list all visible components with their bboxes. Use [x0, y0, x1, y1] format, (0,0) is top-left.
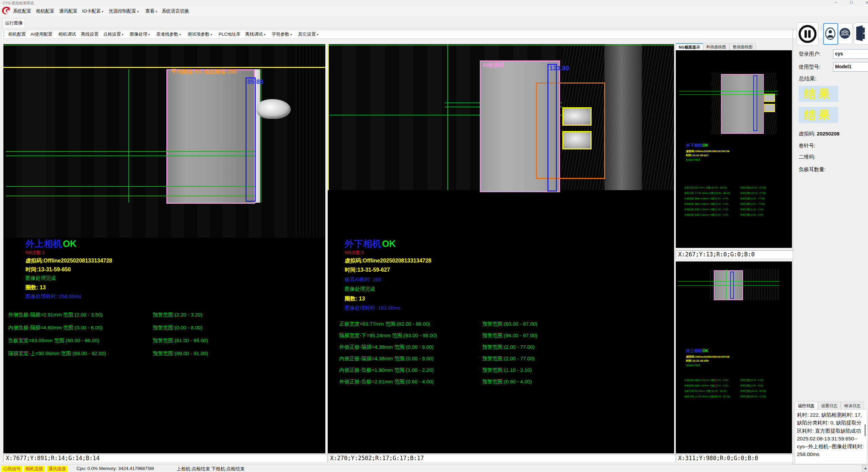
process-done-line: 图像处理完成	[345, 286, 375, 292]
time-line: 时间:13-31-59-627	[345, 267, 390, 274]
guide-line	[6, 186, 255, 187]
warn-range: 预警范围:(0.60 - 4.00)	[482, 379, 532, 385]
thumb-blue-box	[753, 75, 757, 131]
thumb-row: 内侧正极-负极=1.90mm 范围:(1.00 - 2.20)	[684, 208, 735, 211]
menu-language-switch[interactable]: 系统语言切换	[162, 8, 190, 14]
warn-range: 预警范围:(2.00 - 77.00)	[482, 344, 535, 350]
measurement-row: 隔膜宽度-上=90.56mm 范围:(88.00 - 92.00)	[8, 350, 106, 357]
thumb-yellow-box	[764, 104, 775, 112]
app-logo-icon	[1, 6, 11, 15]
thumb-row: 内侧负极-隔膜=4.60mm 范围:(3.00 - 6.00)	[684, 384, 735, 387]
tab-detect-box-yellow	[562, 107, 592, 126]
tool-plc-address-lib[interactable]: PLC地址库	[219, 31, 241, 37]
tool-test-item-params[interactable]: 测试项参数▾	[187, 31, 212, 37]
time-line: 时间:13-31-59-650	[25, 266, 71, 273]
tab-line-curve[interactable]: 料线曲线图	[703, 43, 729, 51]
tool-ai-use-config[interactable]: AI使用配置	[31, 31, 53, 37]
camera-view-top[interactable]: 平均阈值:93, 动态阈值:100 85.88 外上相机OK NG次数:1 虚拟…	[3, 44, 325, 453]
camera-connect-badge: 相机连接	[24, 466, 45, 472]
ng-thumbnail-1[interactable]: 外下相机OK 虚拟码:Offline20250208133134728 时间:1…	[676, 50, 792, 248]
menu-light-control-config[interactable]: 光源控制配置▾	[109, 8, 139, 14]
camera-view-bottom[interactable]: AI检测框 123.80 外下相机OK NG次数:0 虚拟码:Offline20…	[328, 44, 674, 453]
virtual-code-line: 虚拟码:Offline20250208133134728	[345, 257, 431, 265]
thumb-row: 预警范围:(94.00 - 97.00)	[740, 192, 788, 195]
virtual-code-label: 虚拟码: 20250208	[799, 131, 839, 137]
ng-count: NG次数:0	[345, 250, 364, 256]
menu-system-config[interactable]: 系统配置	[13, 8, 32, 14]
thumb-row: 预警范围:(0.60 - 4.00)	[740, 213, 788, 217]
thumb-time: 时间:13-31-59-627	[686, 153, 781, 157]
tool-char-params[interactable]: 字符参数▾	[272, 31, 292, 37]
tool-camera-config[interactable]: 相机配置	[8, 31, 27, 37]
menu-comm-config[interactable]: 通讯配置	[59, 8, 78, 14]
tab-ng-screenshot[interactable]: NG截图显示	[676, 43, 703, 51]
log-scrollbar[interactable]	[865, 424, 866, 436]
warn-range: 预警范围:(1.10 - 2.10)	[482, 367, 532, 374]
close-button[interactable]: ✕	[861, 0, 868, 5]
toolbar-grip-handle[interactable]	[3, 31, 5, 37]
ai-detect-box-label: AI检测框	[483, 62, 504, 69]
tab-detect-box-yellow	[562, 131, 592, 149]
baseline-yellow	[3, 67, 325, 68]
bright-rail-band	[604, 44, 642, 190]
measurement-row: 隔膜宽度-下=95.24mm 范围:(93.00 - 98.00)	[339, 332, 437, 339]
login-user-button[interactable]	[823, 23, 838, 45]
measurement-row: 外侧正极-负极=2.61mm 范围:(0.60 - 4.00)	[339, 379, 434, 385]
tool-offline-setting[interactable]: 离线设置	[81, 31, 100, 37]
warn-range: 预警范围:(83.00 - 87.00)	[482, 321, 538, 327]
pause-icon	[797, 23, 818, 45]
camera-status-title: 外下相机OK	[345, 238, 396, 250]
maximize-button[interactable]: ☐	[846, 0, 857, 5]
tool-other-settings[interactable]: 其它设置▾	[298, 31, 319, 37]
threshold-overlay-text: 平均阈值:93, 动态阈值:100	[171, 68, 236, 75]
measure-box-blue	[547, 64, 557, 192]
camera-status-title: 外上相机OK	[25, 238, 77, 250]
menu-io-card-config[interactable]: IO卡配置▾	[82, 8, 103, 14]
thumb-row: 图像处理完成	[686, 364, 781, 367]
tab-setting-log[interactable]: 设置日志	[818, 402, 841, 410]
thumb-row: 预警范围:(83.00 - 87.00)	[740, 186, 788, 189]
thumb-guide-line	[678, 281, 780, 282]
tool-baseline-params[interactable]: 基准线参数▾	[156, 31, 181, 37]
tab-run-image[interactable]: 运行图像	[3, 18, 25, 28]
measurement-row: 负极宽度=83.05mm 范围:(80.00 - 86.00)	[8, 338, 99, 344]
pause-button[interactable]	[797, 22, 818, 46]
process-time-line: 图像处理耗时: 258.00ms	[25, 293, 81, 300]
pixel-coord-readout-thumb2: X:311;Y:980;R:0;G:0;B:0	[676, 454, 794, 462]
view-tab-row	[0, 16, 868, 28]
guide-line-vertical	[447, 44, 448, 190]
heartbeat-status-badge: 心跳信号	[1, 466, 22, 472]
login-user-field[interactable]: cys	[833, 49, 868, 59]
minimize-button[interactable]: ─	[830, 0, 842, 5]
tool-camera-debug[interactable]: 相机调试	[58, 31, 77, 37]
measure-value-overlay: 85.88	[247, 78, 264, 86]
tab-error-log[interactable]: 错误日志	[841, 402, 864, 410]
warn-range: 预警范围:(2.20 - 3.20)	[153, 312, 202, 318]
guide-line	[328, 45, 674, 46]
tab-data-curve[interactable]: 数据曲线图	[729, 43, 756, 51]
sidebar-divider	[793, 29, 793, 465]
thumb-row: 正极宽度=83.77mm 范围:(82.00 - 88.00)	[684, 186, 735, 189]
tool-image-processing[interactable]: 图像处理▾	[130, 31, 150, 37]
tool-offline-debug[interactable]: 离线调试▾	[245, 31, 266, 37]
scroll-left-arrow[interactable]: ◀	[862, 465, 868, 472]
qr-code-label: 二维码:	[799, 154, 815, 160]
ng-count: NG次数:1	[25, 250, 44, 256]
thumb-guide-line	[726, 269, 726, 300]
tool-spot-check-setting[interactable]: 点检设置▾	[103, 31, 124, 37]
model-field[interactable]: Model1	[833, 62, 868, 72]
run-log-text[interactable]: 耗时: 222, 缺陷检测耗时: 17, 缺陷分类耗时: 0, 缺陷提取分区耗时…	[795, 409, 867, 464]
menu-view[interactable]: 查看▾	[145, 8, 157, 14]
tab-run-log[interactable]: 运行日志	[795, 402, 818, 410]
thumb-row: 内侧正极-隔膜=4.38mm 范围:(0.00 - 9.00)	[684, 202, 735, 206]
user-manage-button[interactable]	[838, 23, 852, 44]
exit-button[interactable]	[854, 22, 868, 45]
image-band	[22, 44, 46, 238]
menu-camera-config[interactable]: 相机配置	[36, 8, 55, 14]
thumb-vcode: 虚拟码:Offline20250208133134728	[686, 355, 781, 359]
baseline-yellow-vertical	[328, 44, 329, 190]
separator-strip	[255, 69, 260, 203]
users-group-icon	[838, 23, 851, 43]
ng-thumbnail-2[interactable]: 外上相机OK 虚拟码:Offline20250208133134728 时间:1…	[676, 261, 792, 453]
guide-line-vertical	[128, 69, 129, 202]
